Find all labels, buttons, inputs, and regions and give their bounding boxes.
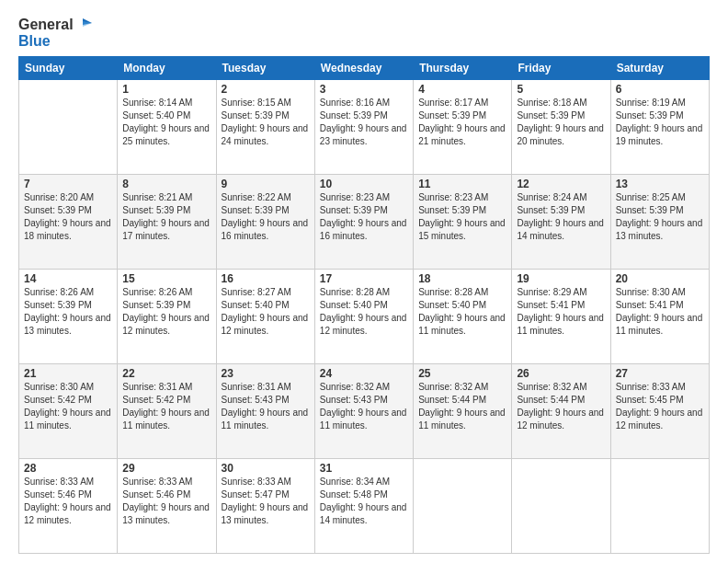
calendar-cell — [19, 80, 118, 175]
calendar-cell: 24 Sunrise: 8:32 AMSunset: 5:43 PMDaylig… — [314, 364, 413, 459]
calendar-cell: 27 Sunrise: 8:33 AMSunset: 5:45 PMDaylig… — [610, 364, 709, 459]
calendar-cell: 8 Sunrise: 8:21 AMSunset: 5:39 PMDayligh… — [118, 175, 216, 270]
col-header-tuesday: Tuesday — [216, 57, 314, 80]
day-info: Sunrise: 8:33 AMSunset: 5:47 PMDaylight:… — [222, 476, 310, 527]
day-number: 14 — [24, 272, 112, 285]
week-row-1: 1 Sunrise: 8:14 AMSunset: 5:40 PMDayligh… — [19, 80, 710, 175]
day-number: 9 — [222, 178, 310, 190]
logo: General Blue — [18, 17, 92, 49]
calendar-cell: 6 Sunrise: 8:19 AMSunset: 5:39 PMDayligh… — [610, 80, 709, 175]
day-number: 3 — [320, 83, 408, 96]
calendar-cell: 30 Sunrise: 8:33 AMSunset: 5:47 PMDaylig… — [216, 459, 314, 554]
week-row-5: 28 Sunrise: 8:33 AMSunset: 5:46 PMDaylig… — [19, 459, 710, 554]
calendar-cell: 20 Sunrise: 8:30 AMSunset: 5:41 PMDaylig… — [610, 270, 709, 364]
day-info: Sunrise: 8:31 AMSunset: 5:42 PMDaylight:… — [122, 381, 210, 432]
calendar-cell: 11 Sunrise: 8:23 AMSunset: 5:39 PMDaylig… — [414, 175, 512, 270]
day-number: 24 — [320, 367, 408, 380]
calendar-cell: 9 Sunrise: 8:22 AMSunset: 5:39 PMDayligh… — [216, 175, 314, 270]
day-number: 4 — [418, 83, 506, 96]
day-info: Sunrise: 8:32 AMSunset: 5:44 PMDaylight:… — [517, 381, 605, 432]
col-header-wednesday: Wednesday — [314, 57, 413, 80]
day-number: 21 — [24, 367, 112, 380]
day-number: 30 — [222, 462, 310, 475]
day-number: 18 — [418, 272, 506, 285]
day-number: 12 — [517, 178, 605, 190]
day-info: Sunrise: 8:19 AMSunset: 5:39 PMDaylight:… — [616, 97, 704, 148]
calendar-cell — [414, 459, 512, 554]
calendar-cell: 3 Sunrise: 8:16 AMSunset: 5:39 PMDayligh… — [314, 80, 413, 175]
calendar-cell: 19 Sunrise: 8:29 AMSunset: 5:41 PMDaylig… — [512, 270, 610, 364]
day-info: Sunrise: 8:23 AMSunset: 5:39 PMDaylight:… — [418, 191, 506, 243]
day-info: Sunrise: 8:27 AMSunset: 5:40 PMDaylight:… — [222, 286, 310, 338]
day-info: Sunrise: 8:24 AMSunset: 5:39 PMDaylight:… — [517, 191, 605, 243]
logo-blue: Blue — [18, 33, 51, 50]
day-info: Sunrise: 8:28 AMSunset: 5:40 PMDaylight:… — [320, 286, 408, 338]
day-info: Sunrise: 8:32 AMSunset: 5:43 PMDaylight:… — [320, 381, 408, 432]
day-number: 1 — [122, 83, 210, 96]
day-number: 13 — [616, 178, 704, 190]
day-number: 27 — [616, 367, 704, 380]
calendar-cell: 4 Sunrise: 8:17 AMSunset: 5:39 PMDayligh… — [414, 80, 512, 175]
calendar-cell: 2 Sunrise: 8:15 AMSunset: 5:39 PMDayligh… — [216, 80, 314, 175]
col-header-saturday: Saturday — [610, 57, 709, 80]
day-info: Sunrise: 8:23 AMSunset: 5:39 PMDaylight:… — [320, 191, 408, 243]
calendar-cell: 22 Sunrise: 8:31 AMSunset: 5:42 PMDaylig… — [118, 364, 216, 459]
calendar-cell: 13 Sunrise: 8:25 AMSunset: 5:39 PMDaylig… — [610, 175, 709, 270]
day-info: Sunrise: 8:26 AMSunset: 5:39 PMDaylight:… — [122, 286, 210, 338]
day-info: Sunrise: 8:20 AMSunset: 5:39 PMDaylight:… — [24, 191, 112, 243]
day-info: Sunrise: 8:26 AMSunset: 5:39 PMDaylight:… — [24, 286, 112, 338]
calendar-cell: 16 Sunrise: 8:27 AMSunset: 5:40 PMDaylig… — [216, 270, 314, 364]
calendar-cell: 10 Sunrise: 8:23 AMSunset: 5:39 PMDaylig… — [314, 175, 413, 270]
day-number: 25 — [418, 367, 506, 380]
week-row-3: 14 Sunrise: 8:26 AMSunset: 5:39 PMDaylig… — [19, 270, 710, 364]
day-number: 7 — [24, 178, 112, 190]
calendar-cell: 21 Sunrise: 8:30 AMSunset: 5:42 PMDaylig… — [19, 364, 118, 459]
day-info: Sunrise: 8:30 AMSunset: 5:42 PMDaylight:… — [24, 381, 112, 432]
col-header-thursday: Thursday — [414, 57, 512, 80]
day-number: 10 — [320, 178, 408, 190]
day-info: Sunrise: 8:15 AMSunset: 5:39 PMDaylight:… — [222, 97, 310, 148]
day-number: 28 — [24, 462, 112, 475]
day-info: Sunrise: 8:16 AMSunset: 5:39 PMDaylight:… — [320, 97, 408, 148]
calendar-cell: 15 Sunrise: 8:26 AMSunset: 5:39 PMDaylig… — [118, 270, 216, 364]
day-number: 16 — [222, 272, 310, 285]
day-number: 11 — [418, 178, 506, 190]
calendar-cell: 7 Sunrise: 8:20 AMSunset: 5:39 PMDayligh… — [19, 175, 118, 270]
calendar-cell: 17 Sunrise: 8:28 AMSunset: 5:40 PMDaylig… — [314, 270, 413, 364]
col-header-friday: Friday — [512, 57, 610, 80]
day-number: 19 — [517, 272, 605, 285]
day-number: 23 — [222, 367, 310, 380]
day-number: 17 — [320, 272, 408, 285]
calendar-cell: 5 Sunrise: 8:18 AMSunset: 5:39 PMDayligh… — [512, 80, 610, 175]
day-info: Sunrise: 8:33 AMSunset: 5:46 PMDaylight:… — [122, 476, 210, 527]
day-info: Sunrise: 8:34 AMSunset: 5:48 PMDaylight:… — [320, 476, 408, 527]
day-info: Sunrise: 8:14 AMSunset: 5:40 PMDaylight:… — [122, 97, 210, 148]
day-number: 2 — [222, 83, 310, 96]
header: General Blue — [18, 17, 710, 49]
calendar-cell: 18 Sunrise: 8:28 AMSunset: 5:40 PMDaylig… — [414, 270, 512, 364]
calendar-cell: 26 Sunrise: 8:32 AMSunset: 5:44 PMDaylig… — [512, 364, 610, 459]
logo-general: General — [18, 17, 74, 33]
day-number: 20 — [616, 272, 704, 285]
day-number: 15 — [122, 272, 210, 285]
col-header-monday: Monday — [118, 57, 216, 80]
day-info: Sunrise: 8:33 AMSunset: 5:46 PMDaylight:… — [24, 476, 112, 527]
day-info: Sunrise: 8:31 AMSunset: 5:43 PMDaylight:… — [222, 381, 310, 432]
calendar-cell: 23 Sunrise: 8:31 AMSunset: 5:43 PMDaylig… — [216, 364, 314, 459]
day-info: Sunrise: 8:28 AMSunset: 5:40 PMDaylight:… — [418, 286, 506, 338]
day-info: Sunrise: 8:30 AMSunset: 5:41 PMDaylight:… — [616, 286, 704, 338]
page: General Blue SundayMondayTuesdayWednesda… — [0, 0, 728, 563]
day-info: Sunrise: 8:32 AMSunset: 5:44 PMDaylight:… — [418, 381, 506, 432]
day-number: 5 — [517, 83, 605, 96]
calendar-table: SundayMondayTuesdayWednesdayThursdayFrid… — [18, 56, 710, 554]
day-number: 8 — [122, 178, 210, 190]
calendar-cell: 12 Sunrise: 8:24 AMSunset: 5:39 PMDaylig… — [512, 175, 610, 270]
day-number: 31 — [320, 462, 408, 475]
day-info: Sunrise: 8:33 AMSunset: 5:45 PMDaylight:… — [616, 381, 704, 432]
calendar-cell: 31 Sunrise: 8:34 AMSunset: 5:48 PMDaylig… — [314, 459, 413, 554]
day-info: Sunrise: 8:17 AMSunset: 5:39 PMDaylight:… — [418, 97, 506, 148]
day-number: 29 — [122, 462, 210, 475]
calendar-cell — [610, 459, 709, 554]
calendar-cell: 14 Sunrise: 8:26 AMSunset: 5:39 PMDaylig… — [19, 270, 118, 364]
calendar-cell: 25 Sunrise: 8:32 AMSunset: 5:44 PMDaylig… — [414, 364, 512, 459]
